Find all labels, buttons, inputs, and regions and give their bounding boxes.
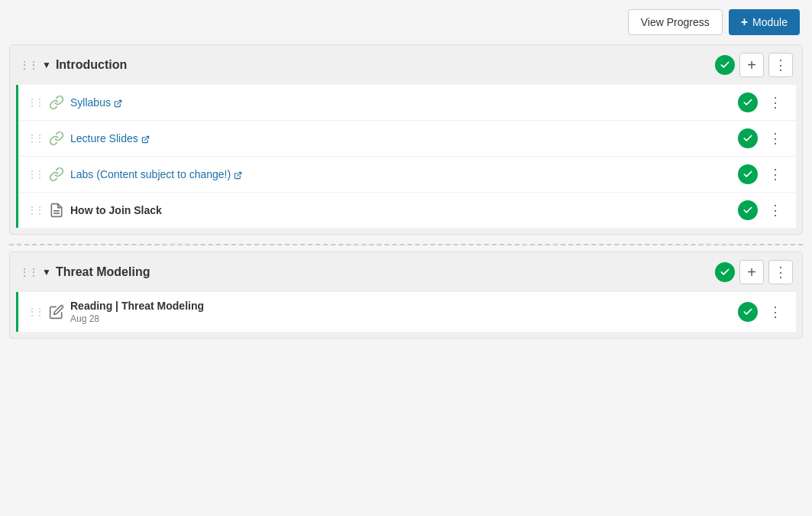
item-right: ⋮ bbox=[738, 92, 787, 112]
item-type-icon bbox=[49, 203, 64, 218]
check-icon bbox=[738, 200, 758, 220]
drag-handle[interactable]: ⋮⋮ bbox=[19, 59, 37, 71]
item-content: Labs (Content subject to change!) bbox=[70, 168, 732, 180]
module-options-button[interactable]: ⋮ bbox=[768, 53, 793, 77]
item-right: ⋮ bbox=[738, 164, 787, 184]
item-title[interactable]: Labs (Content subject to change!) bbox=[70, 168, 732, 180]
module-title: Introduction bbox=[56, 58, 127, 72]
item-options-button[interactable]: ⋮ bbox=[764, 92, 787, 112]
module-items-threat-modeling: ⋮⋮ Reading | Threat Modeling Aug 28 ⋮ bbox=[16, 292, 796, 332]
item-drag-handle[interactable]: ⋮⋮ bbox=[27, 133, 43, 144]
item-right: ⋮ bbox=[738, 302, 787, 322]
module-threat-modeling: ⋮⋮ ▼ Threat Modeling + ⋮ ⋮⋮ Reading | Th… bbox=[9, 252, 803, 339]
item-title[interactable]: How to Join Slack bbox=[70, 204, 732, 216]
svg-line-0 bbox=[118, 100, 121, 104]
top-bar: View Progress + Module bbox=[0, 0, 812, 44]
item-drag-handle[interactable]: ⋮⋮ bbox=[27, 97, 43, 108]
view-progress-button[interactable]: View Progress bbox=[628, 9, 723, 35]
module-header-introduction: ⋮⋮ ▼ Introduction + ⋮ bbox=[10, 45, 802, 85]
item-options-button[interactable]: ⋮ bbox=[764, 302, 787, 322]
svg-line-2 bbox=[238, 172, 241, 176]
item-right: ⋮ bbox=[738, 128, 787, 148]
module-header-left: ⋮⋮ ▼ Threat Modeling bbox=[19, 265, 709, 279]
item-content: Lecture Slides bbox=[70, 132, 732, 144]
item-options-button[interactable]: ⋮ bbox=[764, 164, 787, 184]
item-drag-handle[interactable]: ⋮⋮ bbox=[27, 205, 43, 216]
item-title[interactable]: Lecture Slides bbox=[70, 132, 732, 144]
list-item: ⋮⋮ Syllabus ⋮ bbox=[18, 85, 796, 121]
module-header-threat-modeling: ⋮⋮ ▼ Threat Modeling + ⋮ bbox=[10, 252, 802, 292]
item-content: How to Join Slack bbox=[70, 204, 732, 216]
item-options-button[interactable]: ⋮ bbox=[764, 128, 787, 148]
module-title: Threat Modeling bbox=[56, 265, 150, 279]
check-icon bbox=[738, 164, 758, 184]
check-icon bbox=[738, 128, 758, 148]
check-icon bbox=[738, 92, 758, 112]
item-subtitle: Aug 28 bbox=[70, 313, 732, 324]
item-content: Syllabus bbox=[70, 96, 732, 109]
item-type-icon bbox=[49, 95, 64, 110]
item-type-icon bbox=[49, 304, 64, 320]
item-drag-handle[interactable]: ⋮⋮ bbox=[27, 307, 43, 317]
item-options-button[interactable]: ⋮ bbox=[764, 200, 787, 220]
list-item: ⋮⋮ Labs (Content subject to change!) ⋮ bbox=[18, 157, 796, 193]
module-header-left: ⋮⋮ ▼ Introduction bbox=[19, 58, 709, 72]
module-items-introduction: ⋮⋮ Syllabus ⋮ ⋮⋮ Lectu bbox=[16, 85, 796, 228]
add-item-button[interactable]: + bbox=[739, 260, 764, 284]
add-module-button[interactable]: + Module bbox=[729, 9, 800, 35]
item-content: Reading | Threat Modeling Aug 28 bbox=[70, 300, 732, 324]
chevron-down-icon[interactable]: ▼ bbox=[42, 60, 51, 70]
add-item-button[interactable]: + bbox=[739, 53, 764, 77]
module-header-right: + ⋮ bbox=[715, 53, 793, 77]
list-item: ⋮⋮ Lecture Slides ⋮ bbox=[18, 121, 796, 157]
add-module-label: Module bbox=[752, 16, 788, 28]
module-options-button[interactable]: ⋮ bbox=[768, 260, 793, 284]
item-drag-handle[interactable]: ⋮⋮ bbox=[27, 169, 43, 180]
module-header-right: + ⋮ bbox=[715, 260, 793, 284]
check-icon bbox=[715, 55, 735, 75]
item-type-icon bbox=[49, 167, 64, 182]
modules-container: ⋮⋮ ▼ Introduction + ⋮ ⋮⋮ Syllabus bbox=[0, 44, 812, 339]
module-introduction: ⋮⋮ ▼ Introduction + ⋮ ⋮⋮ Syllabus bbox=[9, 44, 803, 235]
item-title[interactable]: Syllabus bbox=[70, 96, 732, 109]
section-divider bbox=[9, 244, 803, 245]
check-icon bbox=[715, 262, 735, 282]
check-icon bbox=[738, 302, 758, 322]
item-title[interactable]: Reading | Threat Modeling bbox=[70, 300, 732, 312]
list-item: ⋮⋮ How to Join Slack ⋮ bbox=[18, 193, 796, 228]
plus-icon: + bbox=[741, 15, 748, 29]
list-item: ⋮⋮ Reading | Threat Modeling Aug 28 ⋮ bbox=[18, 292, 796, 332]
svg-line-1 bbox=[144, 136, 148, 140]
item-right: ⋮ bbox=[738, 200, 787, 220]
item-type-icon bbox=[49, 131, 64, 146]
drag-handle[interactable]: ⋮⋮ bbox=[19, 266, 37, 278]
chevron-down-icon[interactable]: ▼ bbox=[42, 267, 51, 277]
